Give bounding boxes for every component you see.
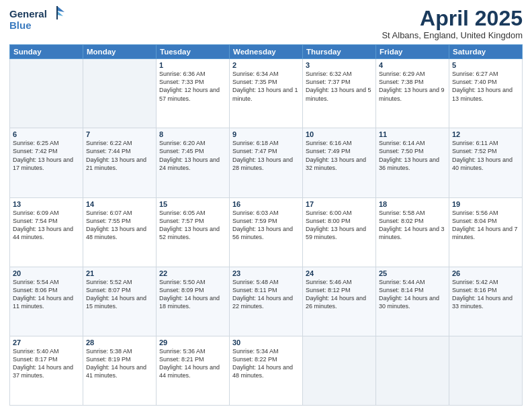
day-number: 16: [232, 200, 300, 208]
day-info: Sunrise: 5:46 AM Sunset: 8:12 PM Dayligh…: [306, 278, 373, 311]
header-day-sunday: Sunday: [10, 45, 83, 59]
calendar-cell: 23Sunrise: 5:48 AM Sunset: 8:11 PM Dayli…: [230, 267, 303, 336]
day-number: 28: [86, 338, 153, 347]
day-number: 11: [379, 130, 446, 138]
calendar-cell: 13Sunrise: 6:09 AM Sunset: 7:54 PM Dayli…: [10, 197, 83, 267]
day-info: Sunrise: 6:14 AM Sunset: 7:50 PM Dayligh…: [379, 139, 446, 172]
day-info: Sunrise: 5:52 AM Sunset: 8:07 PM Dayligh…: [86, 278, 153, 311]
day-number: 9: [232, 130, 300, 138]
day-info: Sunrise: 6:34 AM Sunset: 7:35 PM Dayligh…: [232, 70, 300, 103]
day-number: 20: [13, 269, 80, 277]
calendar-cell: 21Sunrise: 5:52 AM Sunset: 8:07 PM Dayli…: [83, 267, 157, 336]
day-info: Sunrise: 5:58 AM Sunset: 8:02 PM Dayligh…: [379, 209, 446, 242]
calendar-cell: 22Sunrise: 5:50 AM Sunset: 8:09 PM Dayli…: [157, 267, 230, 336]
calendar-cell: 7Sunrise: 6:22 AM Sunset: 7:44 PM Daylig…: [83, 128, 157, 197]
day-info: Sunrise: 6:00 AM Sunset: 8:00 PM Dayligh…: [306, 209, 373, 242]
calendar-cell: 29Sunrise: 5:36 AM Sunset: 8:21 PM Dayli…: [157, 336, 230, 405]
calendar-cell: 16Sunrise: 6:03 AM Sunset: 7:59 PM Dayli…: [230, 197, 303, 267]
logo-icon: [48, 4, 66, 21]
day-info: Sunrise: 5:56 AM Sunset: 8:04 PM Dayligh…: [452, 209, 519, 242]
calendar-cell: 30Sunrise: 5:34 AM Sunset: 8:22 PM Dayli…: [230, 336, 303, 405]
day-number: 22: [159, 269, 226, 277]
header-day-friday: Friday: [376, 45, 449, 59]
header-day-thursday: Thursday: [303, 45, 376, 59]
day-info: Sunrise: 6:22 AM Sunset: 7:44 PM Dayligh…: [86, 139, 153, 172]
day-info: Sunrise: 5:36 AM Sunset: 8:21 PM Dayligh…: [159, 347, 226, 380]
day-number: 8: [159, 130, 226, 138]
day-info: Sunrise: 6:07 AM Sunset: 7:55 PM Dayligh…: [86, 209, 153, 242]
day-info: Sunrise: 6:29 AM Sunset: 7:38 PM Dayligh…: [379, 70, 446, 103]
day-number: 19: [452, 200, 519, 208]
day-info: Sunrise: 6:27 AM Sunset: 7:40 PM Dayligh…: [452, 70, 519, 103]
day-number: 24: [306, 269, 373, 277]
calendar-cell: 8Sunrise: 6:20 AM Sunset: 7:45 PM Daylig…: [157, 128, 230, 197]
calendar-cell: 26Sunrise: 5:42 AM Sunset: 8:16 PM Dayli…: [449, 267, 523, 336]
calendar-cell: [303, 336, 376, 405]
calendar-cell: 24Sunrise: 5:46 AM Sunset: 8:12 PM Dayli…: [303, 267, 376, 336]
day-number: 7: [86, 130, 153, 138]
day-number: 29: [159, 338, 226, 347]
calendar-cell: 1Sunrise: 6:36 AM Sunset: 7:33 PM Daylig…: [157, 59, 230, 128]
day-number: 27: [13, 338, 80, 347]
day-number: 26: [452, 269, 519, 277]
month-title: April 2025: [382, 7, 523, 30]
day-info: Sunrise: 6:16 AM Sunset: 7:49 PM Dayligh…: [306, 139, 373, 172]
day-info: Sunrise: 5:54 AM Sunset: 8:06 PM Dayligh…: [13, 278, 80, 311]
calendar-cell: 18Sunrise: 5:58 AM Sunset: 8:02 PM Dayli…: [376, 197, 449, 267]
calendar-cell: 15Sunrise: 6:05 AM Sunset: 7:57 PM Dayli…: [157, 197, 230, 267]
day-info: Sunrise: 5:48 AM Sunset: 8:11 PM Dayligh…: [232, 278, 300, 311]
day-info: Sunrise: 6:36 AM Sunset: 7:33 PM Dayligh…: [159, 70, 226, 103]
calendar-page: General Blue April 2025 St Albans, Engla…: [0, 0, 532, 411]
day-number: 17: [306, 200, 373, 208]
calendar-cell: 28Sunrise: 5:38 AM Sunset: 8:19 PM Dayli…: [83, 336, 157, 405]
day-number: 6: [13, 130, 80, 138]
calendar-cell: [449, 336, 523, 405]
calendar-cell: [10, 59, 83, 128]
logo: General Blue: [9, 7, 66, 31]
header-day-wednesday: Wednesday: [230, 45, 303, 59]
day-info: Sunrise: 6:05 AM Sunset: 7:57 PM Dayligh…: [159, 209, 226, 242]
day-number: 1: [159, 61, 226, 69]
header-day-monday: Monday: [83, 45, 157, 59]
day-number: 30: [232, 338, 300, 347]
week-row-2: 6Sunrise: 6:25 AM Sunset: 7:42 PM Daylig…: [10, 128, 523, 197]
week-row-4: 20Sunrise: 5:54 AM Sunset: 8:06 PM Dayli…: [10, 267, 523, 336]
day-number: 2: [232, 61, 300, 69]
calendar-cell: [376, 336, 449, 405]
logo-text: General: [9, 8, 47, 19]
week-row-5: 27Sunrise: 5:40 AM Sunset: 8:17 PM Dayli…: [10, 336, 523, 405]
day-info: Sunrise: 5:50 AM Sunset: 8:09 PM Dayligh…: [159, 278, 226, 311]
day-number: 21: [86, 269, 153, 277]
title-block: April 2025 St Albans, England, United Ki…: [382, 7, 523, 40]
day-info: Sunrise: 6:03 AM Sunset: 7:59 PM Dayligh…: [232, 209, 300, 242]
header-row: SundayMondayTuesdayWednesdayThursdayFrid…: [10, 45, 523, 59]
calendar-cell: 20Sunrise: 5:54 AM Sunset: 8:06 PM Dayli…: [10, 267, 83, 336]
day-number: 13: [13, 200, 80, 208]
day-info: Sunrise: 5:44 AM Sunset: 8:14 PM Dayligh…: [379, 278, 446, 311]
calendar-cell: 12Sunrise: 6:11 AM Sunset: 7:52 PM Dayli…: [449, 128, 523, 197]
calendar-cell: 17Sunrise: 6:00 AM Sunset: 8:00 PM Dayli…: [303, 197, 376, 267]
calendar-cell: 10Sunrise: 6:16 AM Sunset: 7:49 PM Dayli…: [303, 128, 376, 197]
calendar-cell: 4Sunrise: 6:29 AM Sunset: 7:38 PM Daylig…: [376, 59, 449, 128]
calendar-cell: 6Sunrise: 6:25 AM Sunset: 7:42 PM Daylig…: [10, 128, 83, 197]
svg-rect-2: [56, 6, 58, 19]
day-number: 3: [306, 61, 373, 69]
calendar-cell: 9Sunrise: 6:18 AM Sunset: 7:47 PM Daylig…: [230, 128, 303, 197]
week-row-3: 13Sunrise: 6:09 AM Sunset: 7:54 PM Dayli…: [10, 197, 523, 267]
day-number: 10: [306, 130, 373, 138]
day-info: Sunrise: 5:40 AM Sunset: 8:17 PM Dayligh…: [13, 347, 80, 380]
day-info: Sunrise: 6:09 AM Sunset: 7:54 PM Dayligh…: [13, 209, 80, 242]
calendar-cell: 27Sunrise: 5:40 AM Sunset: 8:17 PM Dayli…: [10, 336, 83, 405]
header-day-saturday: Saturday: [449, 45, 523, 59]
calendar-cell: 2Sunrise: 6:34 AM Sunset: 7:35 PM Daylig…: [230, 59, 303, 128]
svg-marker-0: [57, 6, 64, 12]
day-info: Sunrise: 5:34 AM Sunset: 8:22 PM Dayligh…: [232, 347, 300, 380]
day-info: Sunrise: 6:18 AM Sunset: 7:47 PM Dayligh…: [232, 139, 300, 172]
day-number: 23: [232, 269, 300, 277]
week-row-1: 1Sunrise: 6:36 AM Sunset: 7:33 PM Daylig…: [10, 59, 523, 128]
location-text: St Albans, England, United Kingdom: [382, 30, 523, 40]
page-header: General Blue April 2025 St Albans, Engla…: [9, 7, 523, 40]
day-number: 12: [452, 130, 519, 138]
calendar-cell: 5Sunrise: 6:27 AM Sunset: 7:40 PM Daylig…: [449, 59, 523, 128]
calendar-table: SundayMondayTuesdayWednesdayThursdayFrid…: [9, 44, 523, 406]
